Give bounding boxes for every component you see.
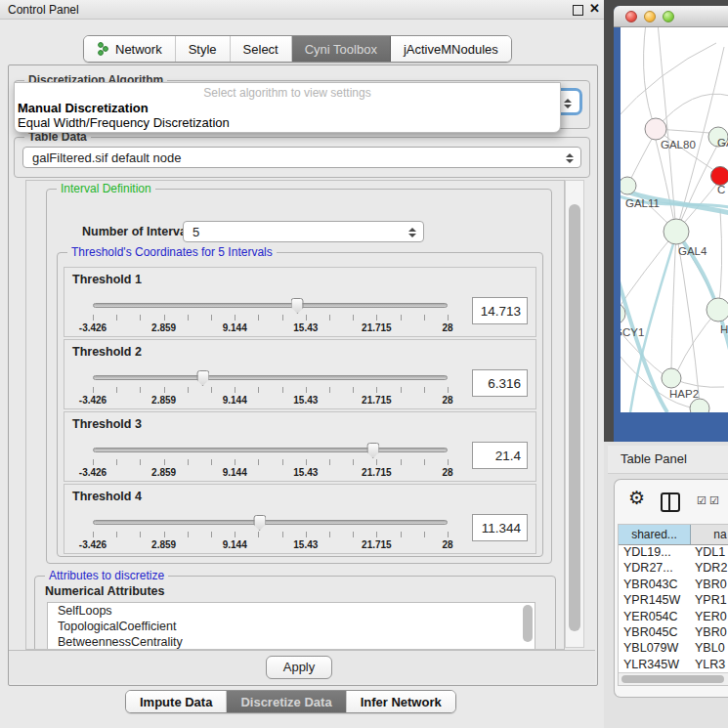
threshold-value-field[interactable]: 21.4 — [472, 442, 528, 469]
threshold-slider[interactable]: -3.4262.8599.14415.4321.71528 — [93, 297, 448, 336]
tab-cyni-toolbox[interactable]: Cyni Toolbox — [292, 36, 391, 62]
network-window-titlebar — [614, 6, 728, 27]
combo-arrows-icon — [407, 225, 417, 240]
tab-network[interactable]: Network — [84, 36, 176, 62]
slider-tick-label: 9.144 — [223, 322, 247, 333]
table-row[interactable]: YDL19... YDL1 — [619, 545, 728, 561]
float-window-icon[interactable] — [573, 5, 583, 16]
num-intervals-combobox[interactable]: 5 — [183, 221, 424, 242]
zoom-traffic-light-icon[interactable] — [663, 11, 674, 22]
apply-row: Apply — [9, 651, 595, 683]
close-icon[interactable]: ✕ — [589, 1, 600, 16]
node-bottom — [690, 399, 709, 412]
attribute-list-item[interactable]: TopologicalCoefficient — [48, 619, 535, 634]
tab-discretize-data[interactable]: Discretize Data — [227, 691, 346, 712]
slider-ticks — [93, 387, 449, 393]
slider-tick-label: 21.715 — [362, 322, 392, 333]
tab-jactivemnodules[interactable]: jActiveMNodules — [391, 36, 511, 62]
slider-tick-label: 21.715 — [362, 395, 392, 406]
slider-thumb[interactable] — [366, 443, 379, 458]
control-panel-titlebar — [0, 0, 604, 20]
table-row[interactable]: YLR345W YLR3 — [619, 658, 728, 672]
slider-tick-label: 28 — [442, 395, 452, 406]
slider-tick-label: 21.715 — [362, 539, 392, 550]
threshold-value-field[interactable]: 14.713 — [472, 297, 528, 324]
attribute-list-item[interactable]: BetweennessCentrality — [48, 634, 535, 650]
table-panel-card: ⚙ ☑ ☑ shared... na YDL19... YDL1 YDR27..… — [614, 479, 728, 698]
table-row[interactable]: YDR27... YDR2 — [619, 561, 728, 577]
split-column-icon[interactable] — [661, 492, 680, 512]
attributes-group: Attributes to discretize Numerical Attri… — [34, 576, 556, 650]
settings-scrollbar[interactable] — [565, 180, 584, 648]
network-canvas[interactable]: GAL80 GA C GAL11 GAL4 GCY1 HA HAP2 — [621, 27, 728, 412]
network-graph: GAL80 GA C GAL11 GAL4 GCY1 HA HAP2 — [621, 27, 728, 412]
table-row[interactable]: YPR145W YPR1 — [619, 593, 728, 609]
numerical-attributes-list[interactable]: SelfLoopsTopologicalCoefficientBetweenne… — [47, 602, 535, 650]
table-horizontal-scrollbar[interactable] — [619, 672, 728, 686]
table-row[interactable]: YBR043C YBR0 — [619, 578, 728, 593]
threshold-slider[interactable]: -3.4262.8599.14415.4321.71528 — [93, 442, 448, 481]
slider-ticks — [93, 459, 449, 465]
tab-impute-data[interactable]: Impute Data — [126, 691, 227, 712]
table-row[interactable]: YER054C YER0 — [619, 610, 728, 625]
table-row[interactable]: YBL079W YBL0 — [619, 641, 728, 657]
table-data-combobox[interactable]: galFiltered.sif default node — [22, 147, 581, 168]
gear-icon[interactable]: ⚙ — [628, 489, 645, 508]
threshold-value-field[interactable]: 6.316 — [472, 369, 528, 397]
tab-select[interactable]: Select — [231, 36, 292, 62]
threshold-panel: Threshold 3 -3.4262.8599.14415.4321.7152… — [64, 411, 536, 482]
column-header-shared-name[interactable]: shared... — [619, 525, 691, 545]
table-data-group: Table Data galFiltered.sif default node — [14, 137, 590, 178]
attributes-scrollbar-thumb[interactable] — [523, 605, 533, 642]
attribute-list-item[interactable]: SelfLoops — [48, 603, 535, 619]
numerical-attributes-label: Numerical Attributes — [45, 584, 164, 598]
apply-button[interactable]: Apply — [266, 656, 332, 679]
slider-tick-label: -3.426 — [79, 395, 107, 406]
slider-tick-label: 28 — [442, 467, 452, 478]
slider-thumb[interactable] — [196, 370, 209, 386]
slider-tick-label: -3.426 — [79, 467, 107, 478]
cell-name: YBR0 — [691, 625, 728, 641]
algorithm-placeholder-option[interactable]: Select algorithm to view settings — [15, 86, 560, 100]
tab-style[interactable]: Style — [176, 36, 231, 62]
cell-name: YBR0 — [691, 578, 728, 593]
minimize-traffic-light-icon[interactable] — [644, 11, 656, 22]
combo-arrows-icon — [563, 96, 573, 111]
threshold-slider[interactable]: -3.4262.8599.14415.4321.71528 — [93, 369, 448, 408]
slider-thumb[interactable] — [253, 515, 266, 531]
slider-track[interactable] — [93, 375, 448, 380]
node-label: GAL80 — [661, 139, 696, 150]
slider-tick-label: 2.859 — [151, 395, 176, 406]
node-label: HAP2 — [669, 388, 699, 400]
cell-shared-name: YPR145W — [619, 593, 691, 609]
slider-thumb[interactable] — [291, 298, 304, 314]
slider-track[interactable] — [93, 303, 448, 308]
cell-shared-name: YBR045C — [619, 625, 691, 641]
slider-track[interactable] — [93, 448, 448, 452]
algorithm-option-equal-width[interactable]: Equal Width/Frequency Discretization — [18, 115, 230, 130]
threshold-value-field[interactable]: 11.344 — [472, 514, 528, 541]
tab-label: Network — [115, 42, 162, 57]
cell-name: YER0 — [691, 610, 728, 625]
checkbox-checked-icon[interactable]: ☑ — [709, 495, 719, 506]
table-body: YDL19... YDL1 YDR27... YDR2 YBR043C YBR0… — [619, 545, 728, 672]
slider-track[interactable] — [93, 520, 448, 525]
table-hscrollbar-thumb[interactable] — [621, 675, 724, 683]
num-intervals-value: 5 — [193, 225, 199, 239]
table-row[interactable]: YBR045C YBR0 — [619, 625, 728, 641]
threshold-label: Threshold 3 — [72, 417, 142, 431]
threshold-label: Threshold 4 — [72, 490, 142, 503]
column-header-name[interactable]: na — [691, 525, 728, 545]
checkbox-checked-icon[interactable]: ☑ — [697, 495, 707, 506]
node-gal4 — [664, 219, 689, 244]
algorithm-option-manual[interactable]: Manual Discretization — [18, 101, 149, 115]
settings-scrollbar-thumb[interactable] — [569, 204, 580, 631]
cell-name: YPR1 — [691, 593, 728, 609]
slider-tick-label: 2.859 — [151, 467, 176, 478]
slider-tick-label: 2.859 — [151, 539, 176, 550]
slider-tick-label: 9.144 — [223, 467, 247, 478]
tab-infer-network[interactable]: Infer Network — [347, 691, 455, 712]
close-traffic-light-icon[interactable] — [625, 11, 637, 22]
threshold-slider[interactable]: -3.4262.8599.14415.4321.71528 — [93, 514, 448, 553]
screen: Control Panel ✕ Network Style Select Cyn… — [0, 0, 728, 728]
